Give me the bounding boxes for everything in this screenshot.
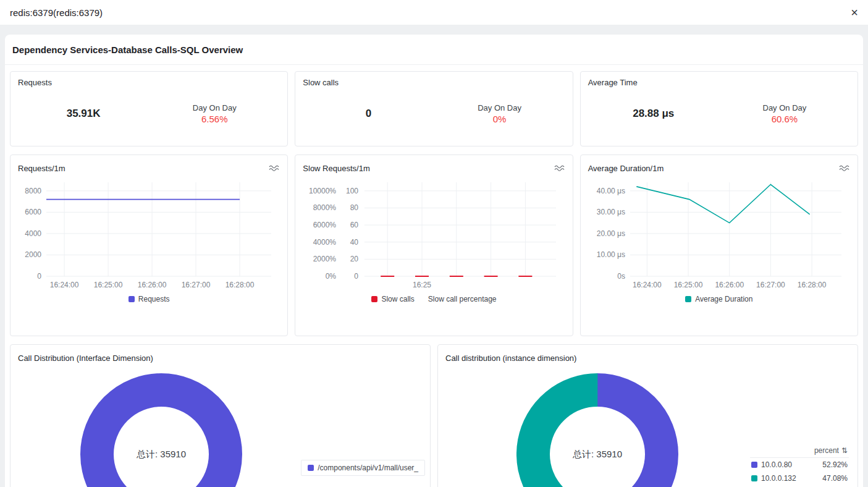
svg-text:0: 0 — [355, 272, 359, 281]
svg-text:20: 20 — [350, 255, 359, 263]
svg-text:10.00 μs: 10.00 μs — [596, 250, 625, 259]
chart-title: Slow Requests/1m — [303, 164, 369, 173]
chart-legend: Slow calls Slow call percentage — [303, 291, 565, 307]
svg-text:16:28:00: 16:28:00 — [225, 281, 255, 289]
stat-value: 35.91K — [67, 108, 101, 120]
stats-row: Requests 35.91K Day On Day 6.56% Slow ca… — [10, 71, 858, 146]
legend-item-requests[interactable]: Requests — [129, 295, 170, 303]
trend-icon[interactable] — [839, 164, 850, 172]
svg-text:60: 60 — [350, 221, 359, 229]
legend-item-average-duration[interactable]: Average Duration — [685, 295, 752, 303]
legend-row-10-0-0-132[interactable]: 10.0.0.132 47.08% — [750, 472, 849, 485]
legend-label: Average Duration — [695, 295, 752, 303]
donuts-row: Call Distribution (Interface Dimension) … — [10, 344, 858, 487]
legend-marker — [685, 296, 691, 302]
svg-text:16:26:00: 16:26:00 — [715, 281, 744, 289]
trend-icon[interactable] — [269, 164, 280, 172]
day-on-day-value: 60.6% — [772, 114, 798, 124]
day-on-day-value: 0% — [493, 114, 507, 124]
svg-text:16:24:00: 16:24:00 — [633, 281, 662, 289]
stat-label: Average Time — [588, 78, 850, 87]
instance-donut-chart: 总计: 35910 — [516, 373, 678, 487]
legend-marker — [751, 462, 757, 468]
chart-title: Average Duration/1m — [588, 164, 664, 173]
chart-card-slow-requests-1m: Slow Requests/1m 0%02000%204000%406000%6… — [295, 155, 573, 336]
donut-card-instance-dimension: Call distribution (instance dimension) 总… — [437, 344, 858, 487]
page-title: Dependency Services-Database Calls-SQL O… — [5, 35, 863, 65]
svg-text:0s: 0s — [617, 272, 625, 281]
day-on-day-label: Day On Day — [193, 103, 237, 112]
day-on-day-label: Day On Day — [763, 103, 807, 112]
stat-label: Requests — [18, 78, 280, 87]
sort-icon: ⇅ — [841, 446, 848, 455]
svg-text:16:25:00: 16:25:00 — [94, 281, 123, 289]
day-on-day-label: Day On Day — [478, 103, 521, 112]
stat-label: Slow calls — [303, 78, 565, 87]
chart-card-requests-1m: Requests/1m 0200040006000800016:24:0016:… — [10, 155, 288, 336]
trend-icon[interactable] — [554, 164, 565, 172]
svg-text:2000: 2000 — [25, 250, 41, 259]
svg-text:100: 100 — [346, 187, 358, 195]
legend-marker — [751, 475, 757, 481]
svg-text:4000: 4000 — [25, 229, 41, 238]
instance-percent: 52.92% — [822, 460, 848, 469]
main-panel: Dependency Services-Database Calls-SQL O… — [5, 35, 863, 487]
svg-text:16:25: 16:25 — [413, 281, 431, 289]
svg-text:16:27:00: 16:27:00 — [182, 281, 211, 289]
chart-legend: Average Duration — [588, 291, 850, 307]
svg-text:30.00 μs: 30.00 μs — [596, 208, 625, 216]
svg-text:0: 0 — [37, 272, 41, 281]
charts-row: Requests/1m 0200040006000800016:24:0016:… — [10, 155, 858, 336]
legend-row-10-0-0-80[interactable]: 10.0.0.80 52.92% — [750, 458, 849, 472]
stat-value: 0 — [366, 108, 371, 120]
close-icon[interactable]: × — [851, 6, 858, 19]
window-title: redis:6379(redis:6379) — [10, 7, 103, 18]
instance-name: 10.0.0.80 — [761, 460, 819, 469]
instance-name: 10.0.0.132 — [761, 474, 819, 483]
donut-total-label: 总计: 35910 — [516, 373, 678, 487]
stat-card-requests: Requests 35.91K Day On Day 6.56% — [10, 71, 288, 146]
chart-card-average-duration-1m: Average Duration/1m 0s10.00 μs20.00 μs30… — [580, 155, 858, 336]
svg-text:8000: 8000 — [25, 187, 41, 195]
donut-card-interface-dimension: Call Distribution (Interface Dimension) … — [10, 344, 431, 487]
percent-header-label: percent — [814, 446, 839, 455]
svg-text:10000%: 10000% — [309, 187, 336, 195]
window-titlebar: redis:6379(redis:6379) × — [0, 0, 868, 25]
stat-card-slow-calls: Slow calls 0 Day On Day 0% — [295, 71, 573, 146]
svg-text:2000%: 2000% — [313, 255, 337, 263]
legend-label: Requests — [138, 295, 170, 303]
svg-text:4000%: 4000% — [313, 238, 337, 247]
legend-item-interface[interactable]: /components/api/v1/mall/user_ — [301, 460, 425, 476]
chart-title: Requests/1m — [18, 164, 65, 173]
svg-text:80: 80 — [350, 203, 359, 212]
svg-text:40: 40 — [350, 238, 359, 247]
legend-label: /components/api/v1/mall/user_ — [318, 464, 418, 472]
legend-marker — [371, 296, 377, 302]
legend-item-slow-call-percentage[interactable]: Slow call percentage — [428, 295, 497, 303]
stat-value: 28.88 μs — [633, 108, 674, 120]
legend-marker — [308, 465, 314, 471]
chart-legend: Requests — [18, 291, 280, 307]
requests-line-chart: 0200040006000800016:24:0016:25:0016:26:0… — [18, 175, 280, 291]
legend-label: Slow call percentage — [428, 295, 497, 303]
svg-text:20.00 μs: 20.00 μs — [596, 229, 625, 238]
svg-text:40.00 μs: 40.00 μs — [596, 187, 625, 195]
svg-text:16:25:00: 16:25:00 — [673, 281, 702, 289]
svg-text:0%: 0% — [326, 272, 337, 281]
svg-text:16:26:00: 16:26:00 — [138, 281, 167, 289]
day-on-day-value: 6.56% — [201, 114, 228, 124]
instance-percent: 47.08% — [822, 474, 848, 483]
chart-title: Call Distribution (Interface Dimension) — [18, 354, 153, 363]
dashboard-content: Requests 35.91K Day On Day 6.56% Slow ca… — [5, 65, 863, 487]
svg-text:6000%: 6000% — [313, 221, 337, 229]
percent-column-header[interactable]: percent ⇅ — [750, 444, 849, 458]
stat-card-average-time: Average Time 28.88 μs Day On Day 60.6% — [580, 71, 858, 146]
svg-text:16:27:00: 16:27:00 — [756, 281, 785, 289]
svg-text:8000%: 8000% — [313, 203, 337, 212]
svg-text:16:24:00: 16:24:00 — [50, 281, 79, 289]
legend-item-slow-calls[interactable]: Slow calls — [371, 295, 414, 303]
average-duration-line-chart: 0s10.00 μs20.00 μs30.00 μs40.00 μs16:24:… — [588, 175, 850, 291]
instance-legend-table: percent ⇅ 10.0.0.80 52.92% 10.0.0.132 47… — [750, 444, 849, 485]
interface-donut-chart: 总计: 35910 — [80, 373, 242, 487]
legend-label: Slow calls — [381, 295, 414, 303]
